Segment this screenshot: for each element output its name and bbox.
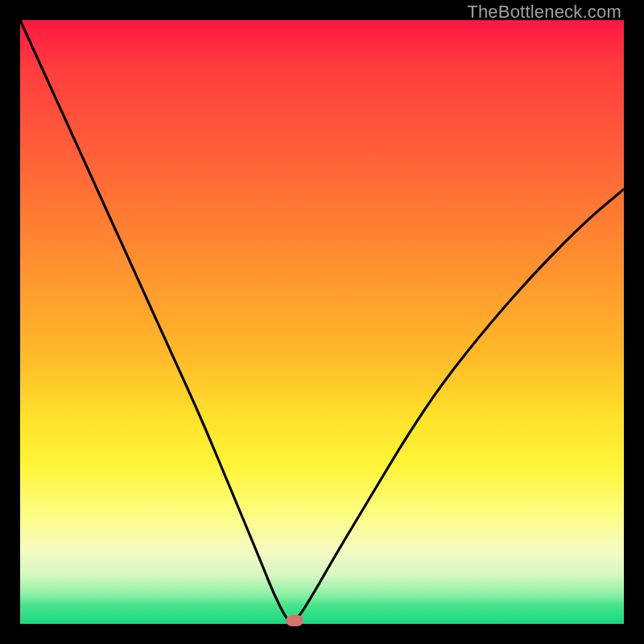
bottleneck-curve [20,20,624,624]
chart-frame [20,20,624,624]
optimum-marker [286,615,303,626]
